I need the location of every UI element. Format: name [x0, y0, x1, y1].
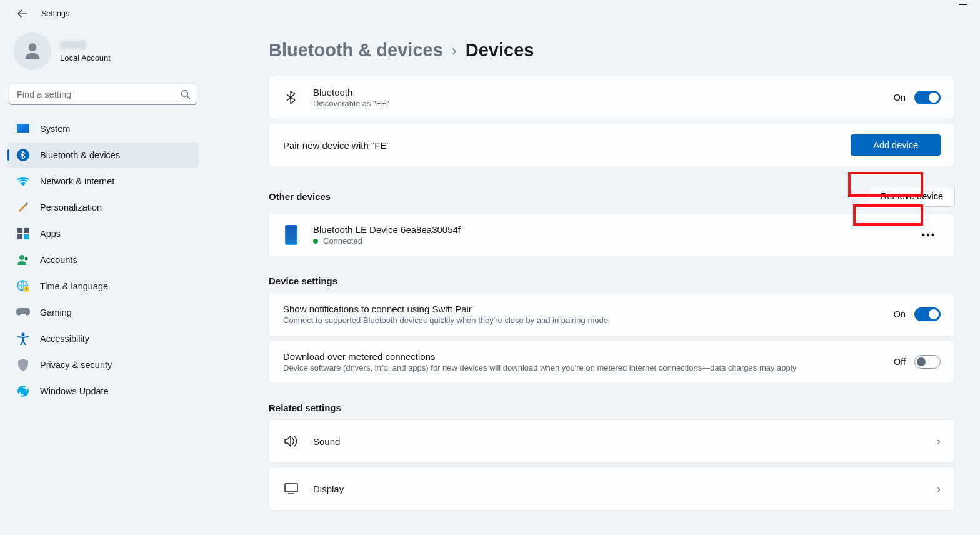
svg-point-10 [25, 258, 28, 261]
chevron-right-icon: › [937, 435, 941, 448]
nav-privacy[interactable]: Privacy & security [8, 352, 199, 378]
device-settings-header: Device settings [269, 276, 338, 286]
svg-rect-3 [17, 124, 29, 132]
minimize-icon [959, 4, 968, 5]
back-button[interactable] [12, 4, 32, 24]
bluetooth-state-label: On [894, 92, 906, 102]
other-devices-header: Other devices [269, 191, 331, 202]
metered-title: Download over metered connections [283, 351, 894, 362]
pair-title: Pair new device with "FE" [283, 140, 851, 151]
bluetooth-card: Bluetooth Discoverable as "FE" On [269, 76, 955, 119]
device-status: Connected [323, 236, 362, 246]
bluetooth-toggle[interactable] [914, 91, 941, 104]
nav-gaming[interactable]: Gaming [8, 300, 199, 325]
metered-state-label: Off [894, 357, 906, 367]
swift-pair-card: Show notifications to connect using Swif… [269, 292, 955, 336]
globe-clock-icon [16, 279, 30, 293]
accounts-icon [16, 253, 30, 267]
nav-network[interactable]: Network & internet [8, 169, 199, 194]
chevron-right-icon: › [452, 42, 457, 59]
profile-block[interactable]: Local Account [8, 30, 199, 80]
breadcrumb: Bluetooth & devices › Devices [269, 40, 955, 61]
nav-bluetooth-devices[interactable]: Bluetooth & devices [8, 142, 199, 168]
nav-label: Network & internet [40, 176, 114, 186]
gamepad-icon [16, 306, 30, 319]
sound-link-card[interactable]: Sound › [269, 419, 955, 463]
remove-device-button[interactable]: Remove device [869, 186, 955, 207]
display-label: Display [313, 484, 937, 494]
svg-line-1 [188, 96, 191, 99]
swift-state-label: On [894, 309, 906, 319]
nav-label: Accounts [40, 255, 78, 265]
swift-toggle[interactable] [914, 308, 941, 321]
user-account-type: Local Account [60, 53, 111, 62]
device-status-line: Connected [313, 236, 917, 246]
search-input[interactable] [9, 84, 198, 105]
window-minimize[interactable] [959, 4, 968, 5]
nav-label: System [40, 124, 70, 134]
nav-label: Windows Update [40, 386, 109, 396]
bluetooth-sub: Discoverable as "FE" [313, 99, 894, 108]
user-name-redacted [60, 41, 86, 49]
nav-system[interactable]: System [8, 116, 199, 141]
svg-rect-15 [285, 484, 298, 492]
svg-rect-7 [18, 234, 22, 239]
nav-label: Gaming [40, 308, 72, 318]
main-pane: Bluetooth & devices › Devices Bluetooth … [206, 28, 980, 535]
chevron-right-icon: › [937, 482, 941, 496]
update-icon [16, 384, 30, 398]
nav-label: Personalization [40, 202, 102, 212]
related-settings-header: Related settings [269, 402, 341, 413]
sound-label: Sound [313, 436, 937, 447]
nav-label: Bluetooth & devices [40, 150, 120, 160]
svg-rect-6 [24, 228, 29, 233]
nav-apps[interactable]: Apps [8, 221, 199, 246]
other-device-card: Bluetooth LE Device 6ea8ea30054f Connect… [269, 213, 955, 257]
search-box[interactable] [9, 84, 198, 105]
nav-list: System Bluetooth & devices Network & int… [8, 116, 199, 404]
device-more-button[interactable]: ••• [917, 224, 941, 246]
avatar [14, 32, 51, 70]
display-link-card[interactable]: Display › [269, 467, 955, 511]
nav-label: Privacy & security [40, 360, 112, 370]
nav-label: Apps [40, 229, 61, 239]
search-icon [180, 89, 191, 100]
wifi-icon [16, 174, 30, 188]
svg-rect-8 [24, 234, 29, 239]
nav-label: Accessibility [40, 334, 89, 344]
nav-accounts[interactable]: Accounts [8, 248, 199, 272]
nav-label: Time & language [40, 281, 108, 291]
metered-sub: Device software (drivers, info, and apps… [283, 363, 894, 372]
arrow-left-icon [18, 9, 28, 19]
nav-windows-update[interactable]: Windows Update [8, 379, 199, 404]
bluetooth-icon [16, 148, 30, 162]
accessibility-icon [16, 332, 30, 346]
pair-card: Pair new device with "FE" Add device [269, 123, 955, 167]
app-title: Settings [41, 9, 69, 18]
apps-icon [16, 227, 30, 241]
nav-accessibility[interactable]: Accessibility [8, 326, 199, 351]
swift-title: Show notifications to connect using Swif… [283, 304, 894, 314]
bluetooth-icon [283, 91, 299, 104]
paintbrush-icon [16, 201, 30, 214]
svg-point-0 [182, 91, 188, 97]
nav-personalization[interactable]: Personalization [8, 195, 199, 220]
status-dot-icon [313, 239, 318, 244]
metered-toggle[interactable] [914, 355, 941, 369]
phone-icon [283, 225, 299, 245]
swift-sub: Connect to supported Bluetooth devices q… [283, 316, 894, 325]
sound-icon [283, 435, 299, 448]
titlebar: Settings [0, 0, 980, 28]
bluetooth-title: Bluetooth [313, 87, 894, 98]
breadcrumb-parent[interactable]: Bluetooth & devices [269, 40, 443, 61]
nav-time-language[interactable]: Time & language [8, 274, 199, 299]
svg-point-13 [22, 333, 25, 336]
shield-icon [16, 358, 30, 372]
sidebar: Local Account System Bluetooth & devices… [0, 28, 206, 535]
system-icon [16, 122, 30, 136]
svg-rect-5 [18, 228, 22, 233]
add-device-button[interactable]: Add device [851, 134, 941, 156]
person-icon [22, 41, 43, 62]
breadcrumb-current: Devices [466, 40, 534, 61]
svg-point-9 [19, 255, 24, 260]
